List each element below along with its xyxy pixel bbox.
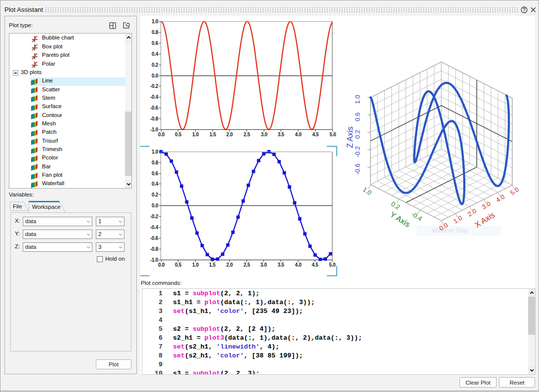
- svg-text:0.2: 0.2: [152, 62, 159, 68]
- svg-text:4.5: 4.5: [312, 132, 319, 137]
- svg-text:2.5: 2.5: [244, 132, 250, 137]
- svg-text:0.0: 0.0: [152, 203, 159, 208]
- svg-text:-0.8: -0.8: [150, 116, 159, 121]
- svg-text:0.5: 0.5: [175, 132, 182, 137]
- svg-text:2.0: 2.0: [226, 132, 233, 137]
- svg-text:5.0: 5.0: [330, 132, 336, 137]
- svg-text:3.0: 3.0: [260, 262, 267, 268]
- svg-text:0.0: 0.0: [158, 132, 165, 137]
- svg-text:1.0: 1.0: [192, 262, 199, 268]
- svg-text:Z Axis: Z Axis: [346, 126, 354, 148]
- svg-text:5.0: 5.0: [509, 186, 520, 196]
- svg-text:-0.6: -0.6: [354, 163, 361, 174]
- svg-text:2.0: 2.0: [226, 262, 233, 268]
- svg-text:-0.6: -0.6: [150, 235, 159, 241]
- svg-text:0.0: 0.0: [158, 262, 165, 268]
- svg-text:4.0: 4.0: [295, 262, 302, 268]
- svg-text:-0.4: -0.4: [410, 210, 423, 223]
- svg-text:-0.2: -0.2: [354, 146, 361, 157]
- svg-text:-0.8: -0.8: [150, 246, 159, 252]
- svg-text:0.2: 0.2: [354, 130, 361, 139]
- svg-text:3.0: 3.0: [480, 200, 492, 211]
- svg-text:1.0: 1.0: [192, 132, 199, 137]
- svg-text:1.0: 1.0: [152, 19, 159, 24]
- svg-text:4.5: 4.5: [312, 262, 319, 268]
- svg-text:0.4: 0.4: [152, 51, 159, 57]
- svg-text:1.5: 1.5: [209, 132, 216, 137]
- svg-text:-0.4: -0.4: [150, 94, 159, 100]
- svg-text:-0.4: -0.4: [150, 225, 159, 230]
- svg-text:1.0: 1.0: [354, 95, 361, 104]
- svg-text:1.0: 1.0: [452, 214, 463, 225]
- svg-text:-0.2: -0.2: [150, 214, 159, 219]
- svg-text:3.0: 3.0: [261, 132, 268, 137]
- svg-text:0.4: 0.4: [152, 181, 159, 187]
- svg-text:0.6: 0.6: [354, 113, 361, 121]
- svg-text:1.5: 1.5: [209, 262, 216, 268]
- svg-text:2.0: 2.0: [466, 207, 478, 218]
- svg-text:-1.0: -1.0: [150, 257, 159, 263]
- svg-text:0.6: 0.6: [152, 40, 159, 46]
- svg-text:1.0: 1.0: [152, 149, 159, 155]
- svg-text:0.6: 0.6: [152, 171, 159, 176]
- svg-text:1.0: 1.0: [362, 186, 373, 196]
- svg-text:0.8: 0.8: [152, 30, 159, 35]
- svg-text:4.0: 4.0: [295, 132, 302, 137]
- svg-text:Workspace: Workspace: [32, 204, 60, 210]
- svg-text:-0.6: -0.6: [150, 105, 159, 111]
- svg-text:2.5: 2.5: [244, 262, 250, 268]
- svg-text:3.5: 3.5: [278, 132, 285, 137]
- svg-text:Y Axis: Y Axis: [389, 210, 412, 229]
- svg-text:4.0: 4.0: [495, 193, 506, 203]
- svg-text:0.0: 0.0: [438, 221, 449, 232]
- svg-text:0.2: 0.2: [390, 200, 401, 211]
- svg-text:5.0: 5.0: [329, 262, 336, 268]
- svg-text:File: File: [13, 203, 22, 209]
- svg-text:0.5: 0.5: [175, 262, 182, 268]
- svg-text:3.5: 3.5: [278, 262, 285, 268]
- svg-text:0.2: 0.2: [152, 192, 159, 197]
- svg-text:0.0: 0.0: [152, 73, 159, 78]
- svg-text:0.8: 0.8: [152, 160, 159, 165]
- svg-text:-0.2: -0.2: [150, 83, 159, 89]
- svg-text:-1.0: -1.0: [150, 127, 159, 132]
